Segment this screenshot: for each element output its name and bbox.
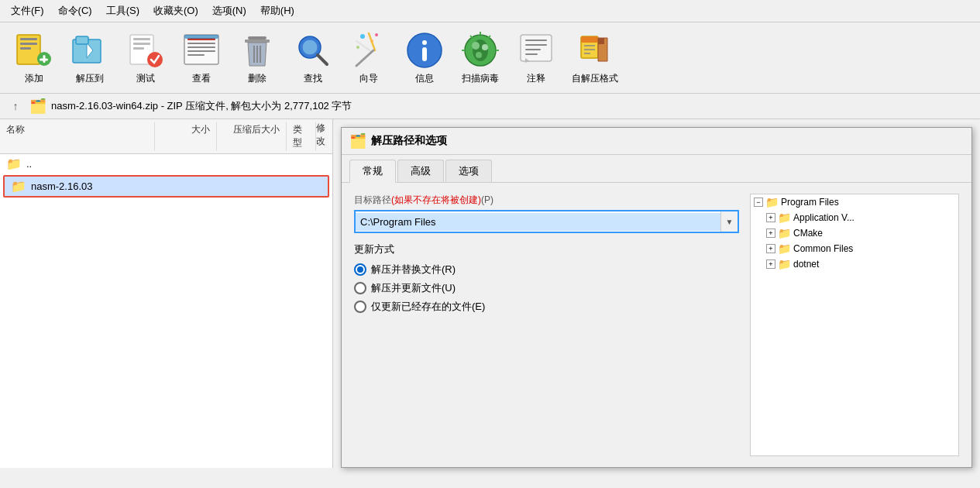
- svg-point-32: [360, 34, 365, 39]
- find-label: 查找: [304, 72, 322, 85]
- update-section: 更新方式 解压并替换文件(R) 解压并更新文件(U) 仅更新已经存在的文件(E): [354, 242, 739, 314]
- svg-rect-23: [245, 40, 270, 43]
- wizard-label: 向导: [359, 72, 378, 85]
- radio-update[interactable]: 解压并更新文件(U): [354, 281, 739, 295]
- tree-root[interactable]: − 📁 Program Files: [751, 194, 958, 210]
- menu-file[interactable]: 文件(F): [5, 2, 50, 19]
- tree-children: + 📁 Application V... + 📁 CMake + 📁: [751, 210, 958, 272]
- radio-fresh-label: 仅更新已经存在的文件(E): [371, 300, 485, 314]
- add-button[interactable]: 添加: [8, 27, 60, 88]
- svg-rect-1: [20, 38, 37, 40]
- svg-rect-39: [422, 47, 427, 61]
- tab-bar: 常规 高级 选项: [342, 155, 971, 183]
- tree-item-cmake[interactable]: + 📁 CMake: [763, 225, 958, 241]
- svg-point-43: [482, 44, 488, 50]
- svg-rect-20: [187, 54, 205, 56]
- svg-rect-58: [598, 38, 604, 44]
- update-section-title: 更新方式: [354, 242, 739, 256]
- parent-dir-icon: 📁: [6, 156, 22, 171]
- tree-toggle-dotnet[interactable]: +: [766, 259, 775, 269]
- file-list: 名称 大小 压缩后大小 类型 修改 📁 .. 📁 nasm-2.16.03: [0, 119, 333, 468]
- tab-advanced[interactable]: 高级: [397, 160, 444, 182]
- folder-icon: 📁: [11, 179, 26, 194]
- svg-line-29: [318, 55, 327, 64]
- svg-rect-51: [525, 40, 547, 41]
- svg-line-36: [356, 50, 373, 66]
- menu-favorites[interactable]: 收藏夹(O): [147, 2, 205, 19]
- virus-icon: [460, 30, 500, 70]
- radio-replace[interactable]: 解压并替换文件(R): [354, 263, 739, 277]
- test-button[interactable]: 测试: [119, 27, 172, 88]
- col-header-type: 类型: [287, 122, 316, 151]
- info-button[interactable]: 信息: [398, 27, 451, 88]
- extract-dialog: 🗂️ 解压路径和选项 常规 高级 选项 目标路径(如果不存在将被创建)(P): [341, 127, 972, 468]
- menu-command[interactable]: 命令(C): [52, 2, 98, 19]
- wizard-icon: [349, 30, 389, 70]
- radio-fresh[interactable]: 仅更新已经存在的文件(E): [354, 300, 739, 314]
- radio-update-circle[interactable]: [354, 282, 366, 294]
- delete-button[interactable]: 删除: [231, 27, 284, 88]
- menu-bar: 文件(F) 命令(C) 工具(S) 收藏夹(O) 选项(N) 帮助(H): [0, 0, 980, 22]
- virus-button[interactable]: 扫描病毒: [454, 27, 507, 88]
- tree-item-common[interactable]: + 📁 Common Files: [763, 241, 958, 256]
- archive-icon: 🗂️: [29, 98, 46, 115]
- menu-tools[interactable]: 工具(S): [100, 2, 146, 19]
- info-label: 信息: [415, 72, 434, 85]
- svg-rect-22: [248, 36, 266, 40]
- svg-rect-18: [187, 46, 215, 48]
- menu-help[interactable]: 帮助(H): [254, 2, 301, 19]
- path-input[interactable]: [356, 213, 720, 231]
- tree-toggle-appv[interactable]: +: [766, 213, 775, 222]
- svg-rect-3: [20, 47, 31, 50]
- extract-button[interactable]: 解压到: [64, 27, 116, 88]
- svg-rect-12: [133, 43, 150, 45]
- tree-toggle-root[interactable]: −: [754, 198, 763, 207]
- radio-fresh-circle[interactable]: [354, 301, 366, 313]
- tree-toggle-common[interactable]: +: [766, 244, 775, 253]
- radio-replace-circle[interactable]: [354, 263, 366, 276]
- parent-dir-item[interactable]: 📁 ..: [0, 154, 332, 174]
- svg-point-14: [147, 52, 163, 67]
- add-icon: [14, 30, 54, 70]
- menu-options[interactable]: 选项(N): [206, 2, 253, 19]
- nav-up-button[interactable]: ↑: [6, 97, 25, 115]
- folder-item-nasm[interactable]: 📁 nasm-2.16.03: [3, 175, 329, 198]
- view-button[interactable]: 查看: [175, 27, 228, 88]
- path-dropdown-button[interactable]: ▼: [720, 211, 738, 232]
- tree-item-dotnet[interactable]: + 📁 dotnet: [763, 256, 958, 272]
- svg-rect-2: [20, 43, 37, 45]
- svg-point-33: [375, 33, 378, 36]
- wizard-button[interactable]: 向导: [342, 27, 395, 88]
- test-label: 测试: [136, 72, 155, 85]
- tree-label-cmake: CMake: [793, 228, 823, 239]
- tree-folder-icon-root: 📁: [765, 196, 779, 208]
- extract-label: 解压到: [76, 72, 104, 85]
- dialog-title: 解压路径和选项: [371, 134, 964, 148]
- col-header-size: 大小: [155, 122, 217, 151]
- svg-point-35: [370, 40, 373, 43]
- tab-options[interactable]: 选项: [445, 160, 492, 182]
- col-header-modified: 修改: [316, 122, 332, 151]
- svg-point-42: [472, 42, 480, 50]
- svg-rect-11: [133, 38, 150, 40]
- tree-folder-icon-common: 📁: [778, 242, 791, 255]
- path-input-row[interactable]: ▼: [354, 210, 739, 233]
- find-button[interactable]: 查找: [287, 27, 339, 88]
- tree-item-appv[interactable]: + 📁 Application V...: [763, 210, 958, 225]
- svg-rect-57: [581, 36, 598, 43]
- tab-general[interactable]: 常规: [349, 160, 396, 183]
- svg-rect-13: [133, 47, 144, 50]
- svg-point-38: [422, 40, 427, 45]
- view-label: 查看: [192, 72, 211, 85]
- file-area: 名称 大小 压缩后大小 类型 修改 📁 .. 📁 nasm-2.16.03 🗂️…: [0, 119, 980, 468]
- comment-button[interactable]: 注释: [510, 27, 562, 88]
- svg-rect-19: [187, 50, 215, 52]
- column-header: 名称 大小 压缩后大小 类型 修改: [0, 119, 332, 154]
- svg-rect-54: [525, 53, 538, 55]
- radio-replace-label: 解压并替换文件(R): [371, 263, 456, 277]
- tree-toggle-cmake[interactable]: +: [766, 229, 775, 238]
- view-icon: [181, 30, 222, 70]
- sfx-button[interactable]: 自解压格式: [566, 27, 624, 88]
- path-field-label: 目标路径(如果不存在将被创建)(P): [354, 194, 739, 207]
- tree-folder-icon-cmake: 📁: [778, 227, 791, 239]
